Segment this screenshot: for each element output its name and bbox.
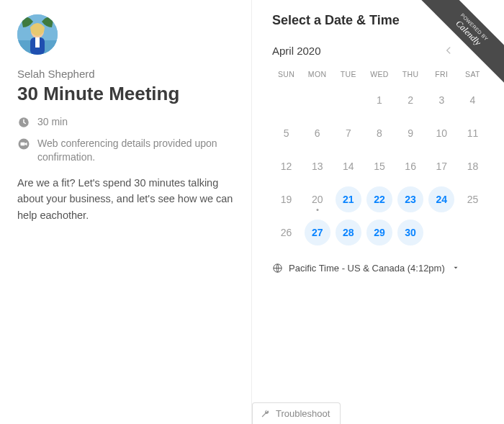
calendar-day-empty (459, 220, 487, 245)
chevron-right-icon (475, 45, 485, 55)
weekday-fri: FRI (428, 70, 456, 78)
chevron-left-icon (444, 45, 454, 55)
ribbon-powered: POWERED BY (426, 0, 504, 76)
calendar-day-28[interactable]: 28 (336, 220, 361, 245)
week-row: 567891011 (272, 120, 487, 146)
timezone-text: Pacific Time - US & Canada (4:12pm) (289, 263, 445, 274)
calendar-grid: 1234567891011121314151617181920212223242… (272, 87, 487, 245)
calendar-day-25: 25 (459, 186, 487, 212)
week-row: 2627282930 (272, 220, 487, 245)
clock-icon (17, 116, 30, 129)
calendar-day-12: 12 (272, 153, 300, 179)
calendar-day-14: 14 (334, 153, 362, 179)
caret-down-icon (452, 263, 459, 274)
calendar-panel: POWERED BY Calendly Select a Date & Time… (252, 0, 504, 424)
svg-rect-7 (21, 142, 25, 145)
calendar-day-9: 9 (397, 120, 425, 146)
globe-icon (272, 263, 283, 274)
calendar-day-13: 13 (303, 153, 331, 179)
week-row: 1234 (272, 87, 487, 113)
weekday-wed: WED (365, 70, 393, 78)
weekday-thu: THU (397, 70, 425, 78)
calendar-day-3: 3 (428, 87, 456, 113)
duration-text: 30 min (37, 115, 68, 130)
calendar-day-15: 15 (365, 153, 393, 179)
weekday-sat: SAT (459, 70, 487, 78)
calendar-day-21[interactable]: 21 (336, 186, 361, 212)
weekday-sun: SUN (272, 70, 300, 78)
calendar-day-24[interactable]: 24 (428, 186, 454, 212)
troubleshoot-label: Troubleshoot (276, 408, 330, 419)
calendar-day-empty (303, 87, 331, 113)
host-name: Selah Shepherd (17, 68, 234, 80)
wrench-icon (260, 409, 270, 419)
event-description: Are we a fit? Let's spend 30 minutes tal… (17, 175, 234, 223)
video-icon (17, 137, 30, 150)
weekday-tue: TUE (334, 70, 362, 78)
calendar-day-8: 8 (365, 120, 393, 146)
week-row: 19202122232425 (272, 186, 487, 212)
calendar-day-empty (334, 87, 362, 113)
calendar-day-22[interactable]: 22 (366, 186, 392, 212)
week-row: 12131415161718 (272, 153, 487, 179)
calendar-day-10: 10 (428, 120, 456, 146)
event-title: 30 Minute Meeting (17, 83, 234, 105)
event-info-panel: Selah Shepherd 30 Minute Meeting 30 min … (0, 0, 252, 424)
month-label: April 2020 (272, 45, 321, 57)
troubleshoot-button[interactable]: Troubleshoot (252, 402, 341, 424)
calendar-day-2: 2 (397, 87, 425, 113)
calendar-day-23[interactable]: 23 (397, 186, 423, 212)
weekday-header: SUNMONTUEWEDTHUFRISAT (272, 70, 487, 78)
timezone-selector[interactable]: Pacific Time - US & Canada (4:12pm) (272, 263, 487, 274)
location-text: Web conferencing details provided upon c… (37, 137, 234, 165)
calendar-day-empty (272, 87, 300, 113)
calendar-day-4: 4 (459, 87, 487, 113)
calendar-day-17: 17 (428, 153, 456, 179)
weekday-mon: MON (303, 70, 331, 78)
calendar-day-29[interactable]: 29 (366, 220, 392, 245)
calendar-day-19: 19 (272, 186, 300, 212)
calendar-day-1: 1 (365, 87, 393, 113)
select-heading: Select a Date & Time (272, 13, 487, 28)
svg-rect-4 (35, 37, 40, 48)
calendar-day-7: 7 (334, 120, 362, 146)
calendar-day-20: 20 (303, 186, 331, 212)
prev-month-button[interactable] (442, 44, 455, 57)
calendar-day-empty (428, 220, 456, 245)
calendar-day-6: 6 (303, 120, 331, 146)
calendar-day-30[interactable]: 30 (397, 220, 423, 245)
host-avatar (17, 14, 58, 55)
location-row: Web conferencing details provided upon c… (17, 137, 234, 165)
calendar-day-18: 18 (459, 153, 487, 179)
next-month-button[interactable] (474, 44, 487, 57)
duration-row: 30 min (17, 115, 234, 130)
calendar-day-16: 16 (397, 153, 425, 179)
calendar-day-27[interactable]: 27 (305, 220, 330, 245)
calendar-day-11: 11 (459, 120, 487, 146)
calendar-day-5: 5 (272, 120, 300, 146)
calendar-day-26: 26 (272, 220, 300, 245)
